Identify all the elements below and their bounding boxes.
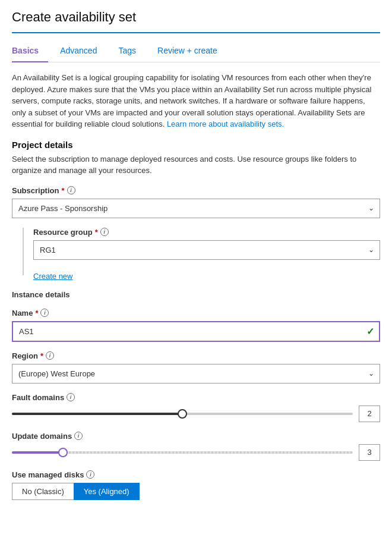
update-domains-value: 3 (359, 444, 380, 461)
subscription-required: * (61, 186, 64, 195)
name-input-wrapper: ✓ (12, 321, 380, 342)
resource-group-field-group: Resource group * i RG1 ⌄ (33, 228, 380, 260)
tab-tags[interactable]: Tags (118, 41, 146, 62)
managed-disks-field-group: Use managed disks i No (Classic) Yes (Al… (12, 470, 380, 500)
update-domains-slider-container: 3 (12, 444, 380, 461)
update-domains-label: Update domains (12, 432, 72, 441)
name-required: * (35, 309, 38, 318)
learn-more-link[interactable]: Learn more about availability sets. (167, 120, 284, 128)
region-field-group: Region * i (Europe) West Europe ⌄ (12, 351, 380, 384)
managed-disks-no-button[interactable]: No (Classic) (12, 483, 74, 500)
name-info-icon[interactable]: i (40, 309, 49, 317)
managed-disks-yes-button[interactable]: Yes (Aligned) (74, 483, 140, 500)
region-required: * (40, 351, 43, 360)
fault-domains-label: Fault domains (12, 393, 64, 402)
region-select-wrapper: (Europe) West Europe ⌄ (12, 364, 380, 384)
fault-domains-field-group: Fault domains i 2 (12, 393, 380, 422)
tab-review-create[interactable]: Review + create (157, 41, 227, 62)
tab-basics[interactable]: Basics (12, 41, 48, 62)
resource-group-required: * (95, 228, 98, 237)
resource-group-content: Resource group * i RG1 ⌄ Create new (33, 228, 380, 288)
description-text: An Availability Set is a logical groupin… (12, 72, 380, 130)
region-label: Region (12, 351, 38, 360)
resource-group-select[interactable]: RG1 (33, 240, 380, 260)
create-new-link[interactable]: Create new (33, 272, 72, 281)
subscription-select[interactable]: Azure Pass - Sponsorship (12, 199, 380, 218)
subscription-field-group: Subscription * i Azure Pass - Sponsorshi… (12, 186, 380, 218)
resource-group-info-icon[interactable]: i (100, 228, 109, 236)
name-field-group: Name * i ✓ (12, 309, 380, 342)
subscription-select-wrapper: Azure Pass - Sponsorship ⌄ (12, 199, 380, 218)
fault-domains-slider-track (12, 413, 353, 415)
update-domains-thumb[interactable] (58, 448, 68, 457)
project-details-title: Project details (12, 140, 380, 150)
tabs-container: Basics Advanced Tags Review + create (12, 40, 380, 62)
managed-disks-info-icon[interactable]: i (86, 470, 94, 479)
update-domains-info-icon[interactable]: i (74, 432, 83, 440)
fault-domains-thumb[interactable] (178, 409, 187, 419)
resource-group-select-wrapper: RG1 ⌄ (33, 240, 380, 260)
update-domains-fill (12, 451, 63, 454)
region-info-icon[interactable]: i (46, 351, 54, 360)
resource-group-section: Resource group * i RG1 ⌄ Create new (12, 228, 380, 288)
tab-advanced[interactable]: Advanced (60, 41, 106, 62)
name-label: Name (12, 309, 33, 318)
fault-domains-value: 2 (359, 406, 380, 422)
managed-disks-toggle-group: No (Classic) Yes (Aligned) (12, 483, 380, 500)
subscription-label: Subscription (12, 186, 59, 195)
fault-domains-info-icon[interactable]: i (67, 393, 75, 401)
subscription-info-icon[interactable]: i (67, 186, 75, 194)
resource-group-label: Resource group (33, 228, 93, 237)
fault-domains-fill (12, 413, 182, 415)
page-title: Create availability set (12, 10, 380, 33)
managed-disks-label: Use managed disks (12, 470, 84, 479)
name-input[interactable] (12, 321, 380, 342)
name-valid-checkmark-icon: ✓ (366, 326, 374, 337)
project-details-description: Select the subscription to manage deploy… (12, 153, 380, 177)
update-domains-slider-track (12, 451, 353, 454)
rg-connector (23, 228, 24, 275)
update-domains-field-group: Update domains i 3 (12, 432, 380, 461)
fault-domains-slider-container: 2 (12, 406, 380, 422)
region-select[interactable]: (Europe) West Europe (12, 364, 380, 384)
instance-details-label: Instance details (12, 290, 380, 299)
